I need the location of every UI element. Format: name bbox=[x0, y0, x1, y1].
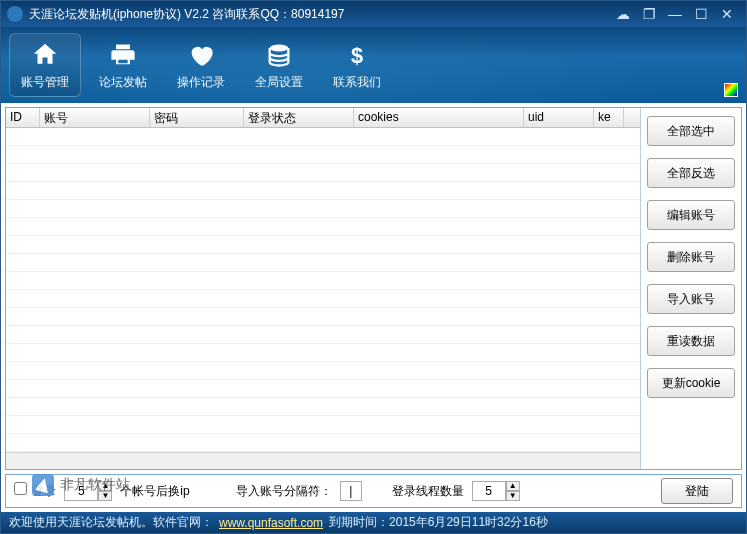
tab-label: 操作记录 bbox=[177, 74, 225, 91]
tab-account-manage[interactable]: 账号管理 bbox=[9, 33, 81, 97]
svg-text:$: $ bbox=[351, 42, 363, 67]
column-header-status[interactable]: 登录状态 bbox=[244, 108, 354, 127]
table-row[interactable] bbox=[6, 380, 640, 398]
column-header-password[interactable]: 密码 bbox=[150, 108, 244, 127]
side-btn-update_cookie[interactable]: 更新cookie bbox=[647, 368, 735, 398]
down-arrow-icon[interactable]: ▼ bbox=[506, 491, 520, 501]
import-separator-input[interactable] bbox=[340, 481, 362, 501]
window-title: 天涯论坛发贴机(iphone协议) V2.2 咨询联系QQ：80914197 bbox=[29, 6, 610, 23]
horizontal-scrollbar[interactable] bbox=[6, 452, 640, 469]
side-btn-edit[interactable]: 编辑账号 bbox=[647, 200, 735, 230]
maximize-icon[interactable]: ☐ bbox=[688, 5, 714, 23]
stack-icon bbox=[264, 40, 294, 70]
side-btn-select_all[interactable]: 全部选中 bbox=[647, 116, 735, 146]
login-count-input[interactable] bbox=[64, 481, 98, 501]
side-btn-invert[interactable]: 全部反选 bbox=[647, 158, 735, 188]
main-toolbar: 账号管理 论坛发帖 操作记录 全局设置 $ 联系我们 bbox=[1, 27, 746, 103]
restore-icon[interactable]: ❐ bbox=[636, 5, 662, 23]
tab-label: 账号管理 bbox=[21, 74, 69, 91]
close-icon[interactable]: ✕ bbox=[714, 5, 740, 23]
minimize-icon[interactable]: — bbox=[662, 5, 688, 23]
table-row[interactable] bbox=[6, 182, 640, 200]
app-window: 天涯论坛发贴机(iphone协议) V2.2 咨询联系QQ：80914197 ☁… bbox=[0, 0, 747, 534]
table-row[interactable] bbox=[6, 200, 640, 218]
statusbar: 欢迎使用天涯论坛发帖机。软件官网： www.qunfasoft.com 到期时间… bbox=[1, 512, 746, 533]
heart-icon bbox=[186, 40, 216, 70]
grid-body[interactable] bbox=[6, 128, 640, 452]
tab-label: 论坛发帖 bbox=[99, 74, 147, 91]
login-count-stepper[interactable]: ▲▼ bbox=[64, 481, 112, 501]
svg-point-0 bbox=[270, 44, 289, 51]
table-row[interactable] bbox=[6, 254, 640, 272]
table-row[interactable] bbox=[6, 146, 640, 164]
table-row[interactable] bbox=[6, 416, 640, 434]
table-row[interactable] bbox=[6, 344, 640, 362]
up-arrow-icon[interactable]: ▲ bbox=[98, 481, 112, 491]
side-btn-reload[interactable]: 重读数据 bbox=[647, 326, 735, 356]
tab-label: 全局设置 bbox=[255, 74, 303, 91]
login-checkbox[interactable]: 登录 bbox=[14, 482, 56, 500]
account-grid: ID账号密码登录状态cookiesuidke bbox=[6, 108, 641, 469]
tab-contact-us[interactable]: $ 联系我们 bbox=[321, 33, 393, 97]
tab-label: 联系我们 bbox=[333, 74, 381, 91]
home-icon bbox=[30, 40, 60, 70]
chat-icon[interactable]: ☁ bbox=[610, 5, 636, 23]
up-arrow-icon[interactable]: ▲ bbox=[506, 481, 520, 491]
sidebar: 全部选中全部反选编辑账号删除账号导入账号重读数据更新cookie bbox=[641, 108, 741, 469]
login-suffix-label: 个帐号后换ip bbox=[120, 483, 189, 500]
table-row[interactable] bbox=[6, 398, 640, 416]
thread-count-input[interactable] bbox=[472, 481, 506, 501]
table-row[interactable] bbox=[6, 290, 640, 308]
bottom-controls: 登录 ▲▼ 个帐号后换ip 导入账号分隔符： 登录线程数量 ▲▼ 登陆 bbox=[5, 474, 742, 508]
table-row[interactable] bbox=[6, 236, 640, 254]
tab-global-settings[interactable]: 全局设置 bbox=[243, 33, 315, 97]
table-row[interactable] bbox=[6, 362, 640, 380]
table-row[interactable] bbox=[6, 164, 640, 182]
thread-count-stepper[interactable]: ▲▼ bbox=[472, 481, 520, 501]
table-row[interactable] bbox=[6, 308, 640, 326]
table-row[interactable] bbox=[6, 128, 640, 146]
column-header-id[interactable]: ID bbox=[6, 108, 40, 127]
table-row[interactable] bbox=[6, 434, 640, 452]
status-expire: 到期时间：2015年6月29日11时32分16秒 bbox=[329, 514, 548, 531]
grid-header: ID账号密码登录状态cookiesuidke bbox=[6, 108, 640, 128]
column-header-uid[interactable]: uid bbox=[524, 108, 594, 127]
color-icon[interactable] bbox=[724, 83, 738, 97]
column-header-cookies[interactable]: cookies bbox=[354, 108, 524, 127]
down-arrow-icon[interactable]: ▼ bbox=[98, 491, 112, 501]
titlebar[interactable]: 天涯论坛发贴机(iphone协议) V2.2 咨询联系QQ：80914197 ☁… bbox=[1, 1, 746, 27]
printer-icon bbox=[108, 40, 138, 70]
column-header-account[interactable]: 账号 bbox=[40, 108, 150, 127]
table-row[interactable] bbox=[6, 218, 640, 236]
login-button[interactable]: 登陆 bbox=[661, 478, 733, 504]
thread-count-label: 登录线程数量 bbox=[392, 483, 464, 500]
tab-operation-log[interactable]: 操作记录 bbox=[165, 33, 237, 97]
side-btn-delete[interactable]: 删除账号 bbox=[647, 242, 735, 272]
column-header-ke[interactable]: ke bbox=[594, 108, 624, 127]
app-icon bbox=[7, 6, 23, 22]
main-pane: ID账号密码登录状态cookiesuidke 全部选中全部反选编辑账号删除账号导… bbox=[5, 107, 742, 470]
side-btn-import[interactable]: 导入账号 bbox=[647, 284, 735, 314]
tab-forum-post[interactable]: 论坛发帖 bbox=[87, 33, 159, 97]
status-url[interactable]: www.qunfasoft.com bbox=[219, 516, 323, 530]
table-row[interactable] bbox=[6, 326, 640, 344]
table-row[interactable] bbox=[6, 272, 640, 290]
import-separator-label: 导入账号分隔符： bbox=[236, 483, 332, 500]
dollar-icon: $ bbox=[342, 40, 372, 70]
status-welcome: 欢迎使用天涯论坛发帖机。软件官网： bbox=[9, 514, 213, 531]
